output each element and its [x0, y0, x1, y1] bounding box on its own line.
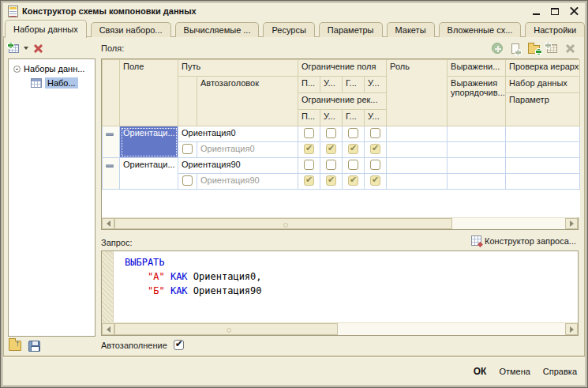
load-schema-icon[interactable]	[9, 341, 21, 351]
hierarchy-cell[interactable]	[506, 126, 580, 142]
col-restriction-u2[interactable]: У...	[365, 77, 387, 93]
add-circle-icon[interactable]	[490, 41, 504, 55]
role-cell[interactable]	[387, 126, 448, 142]
cancel-button[interactable]: Отмена	[499, 367, 530, 376]
fields-grid-hscrollbar[interactable]	[102, 217, 578, 230]
restriction-checkbox[interactable]	[326, 160, 336, 170]
tab-parameters[interactable]: Параметры	[319, 22, 383, 37]
scroll-right-icon[interactable]	[565, 218, 578, 230]
datasets-tree[interactable]: Наборы данн... Набо...	[8, 58, 96, 337]
restriction-checkbox[interactable]	[348, 160, 358, 170]
tree-dataset-row[interactable]: Набо...	[9, 76, 95, 90]
query-keyword: ВЫБРАТЬ	[125, 257, 165, 268]
scroll-right-icon[interactable]	[565, 323, 578, 335]
restriction-checkbox[interactable]	[348, 128, 358, 138]
title-bar[interactable]: Конструктор схемы компоновки данных	[3, 3, 585, 19]
autoheader-checkbox[interactable]	[182, 175, 193, 186]
close-icon[interactable]	[569, 6, 579, 16]
tab-templates[interactable]: Макеты	[387, 22, 435, 37]
expression-cell[interactable]	[448, 158, 506, 174]
auto-restriction-checkbox	[326, 144, 336, 154]
col-hierarchy-check[interactable]: Проверка иерархи	[506, 60, 580, 77]
query-label: Запрос:	[101, 238, 133, 247]
delete-dataset-button[interactable]	[31, 41, 45, 55]
restriction-checkbox[interactable]	[326, 128, 336, 138]
add-dataset-dropdown-icon[interactable]	[24, 47, 28, 50]
autofill-label: Автозаполнение	[101, 341, 167, 350]
tree-dataset-label[interactable]: Набо...	[45, 77, 78, 89]
dataset-table-icon	[31, 78, 42, 88]
delete-field-icon[interactable]	[563, 41, 577, 55]
folder-add-icon[interactable]	[526, 41, 541, 55]
restriction-checkbox[interactable]	[304, 128, 314, 138]
tab-strip: Наборы данных Связи наборо... Вычисляемы…	[3, 19, 585, 37]
query-text[interactable]: ВЫБРАТЬ"А" КАК Ориентация0,"Б" КАК Ориен…	[114, 251, 578, 322]
col-autoheader[interactable]: Автозаголовок	[197, 77, 298, 126]
scroll-left-icon[interactable]	[102, 218, 114, 230]
tab-resources[interactable]: Ресурсы	[263, 22, 314, 37]
copy-add-icon[interactable]	[508, 41, 522, 55]
query-designer-icon	[471, 235, 481, 246]
query-hscrollbar[interactable]	[102, 322, 578, 335]
col-rec-restriction-p[interactable]: П...	[298, 110, 320, 126]
col-restriction-p[interactable]: П...	[298, 77, 320, 93]
datasets-tab-page: Наборы данн... Набо... Поля:	[3, 36, 585, 356]
path-cell[interactable]: Ориентация0	[178, 126, 298, 142]
auto-restriction-checkbox	[348, 144, 358, 154]
col-rec-restriction-u1[interactable]: У...	[320, 110, 343, 126]
tree-root-row[interactable]: Наборы данн...	[9, 62, 95, 76]
row-grip[interactable]	[103, 126, 120, 158]
query-designer-button[interactable]: Конструктор запроса...	[471, 235, 576, 246]
hierarchy-cell[interactable]	[506, 158, 580, 174]
restriction-checkbox[interactable]	[370, 128, 380, 138]
minimize-icon[interactable]	[531, 6, 541, 16]
ok-button[interactable]: ОК	[474, 366, 487, 377]
col-field-restriction[interactable]: Ограничение поля	[298, 60, 387, 77]
row-grip[interactable]	[103, 158, 120, 190]
col-expression[interactable]: Выражени...	[448, 60, 506, 77]
col-rec-restriction-g[interactable]: Г...	[343, 110, 365, 126]
expression-cell[interactable]	[448, 126, 506, 142]
footer-bar: ОК Отмена Справка	[3, 356, 585, 385]
tab-dataset-links[interactable]: Связи наборо...	[91, 22, 171, 37]
tree-root-label[interactable]: Наборы данн...	[24, 64, 84, 73]
restriction-checkbox[interactable]	[370, 160, 380, 170]
path-cell[interactable]: Ориентация90	[178, 158, 298, 174]
help-button[interactable]: Справка	[543, 367, 577, 376]
tab-nested-schemas[interactable]: Вложенные сх...	[439, 22, 522, 37]
tab-datasets[interactable]: Наборы данных	[5, 20, 87, 38]
col-field[interactable]: Поле	[120, 60, 178, 126]
scrollbar-thumb[interactable]	[114, 218, 452, 230]
role-cell[interactable]	[387, 158, 448, 174]
col-order-expressions[interactable]: Выражения упорядочив...	[448, 77, 506, 126]
col-record-restriction[interactable]: Ограничение рек...	[298, 93, 387, 110]
fields-grid: Поле Путь Ограничение поля Роль Выражени…	[101, 58, 579, 230]
col-path[interactable]: Путь	[178, 60, 298, 77]
scrollbar-thumb[interactable]	[114, 323, 338, 335]
tab-calculated-fields[interactable]: Вычисляемые ...	[175, 22, 260, 37]
autoheader-cell[interactable]: Ориентация90	[197, 174, 298, 190]
maximize-icon[interactable]	[550, 6, 560, 16]
field-cell[interactable]: Ориентаци...	[120, 158, 178, 190]
query-editor[interactable]: ВЫБРАТЬ"А" КАК Ориентация0,"Б" КАК Ориен…	[101, 251, 579, 336]
query-editor-gutter	[102, 251, 114, 322]
col-restriction-g[interactable]: Г...	[343, 77, 365, 93]
autoheader-checkbox[interactable]	[182, 144, 193, 154]
save-schema-icon[interactable]	[28, 341, 40, 352]
autoheader-cell[interactable]: Ориентация0	[197, 142, 298, 158]
col-role[interactable]: Роль	[387, 60, 448, 126]
scroll-left-icon[interactable]	[102, 323, 114, 335]
col-dataset[interactable]: Набор данных	[506, 77, 580, 93]
autofill-checkbox[interactable]	[174, 340, 184, 350]
tab-settings[interactable]: Настройки	[525, 22, 585, 37]
field-cell[interactable]: Ориентаци...	[120, 126, 178, 158]
col-restriction-u1[interactable]: У...	[320, 77, 343, 93]
grid-empty-area[interactable]	[103, 190, 580, 217]
auto-restriction-checkbox	[348, 175, 358, 186]
collapse-icon[interactable]	[13, 66, 21, 73]
table-add-icon[interactable]	[545, 41, 559, 55]
restriction-checkbox[interactable]	[304, 160, 314, 170]
add-dataset-button[interactable]	[6, 41, 21, 55]
col-rec-restriction-u2[interactable]: У...	[365, 110, 387, 126]
col-parameter[interactable]: Параметр	[506, 93, 580, 126]
